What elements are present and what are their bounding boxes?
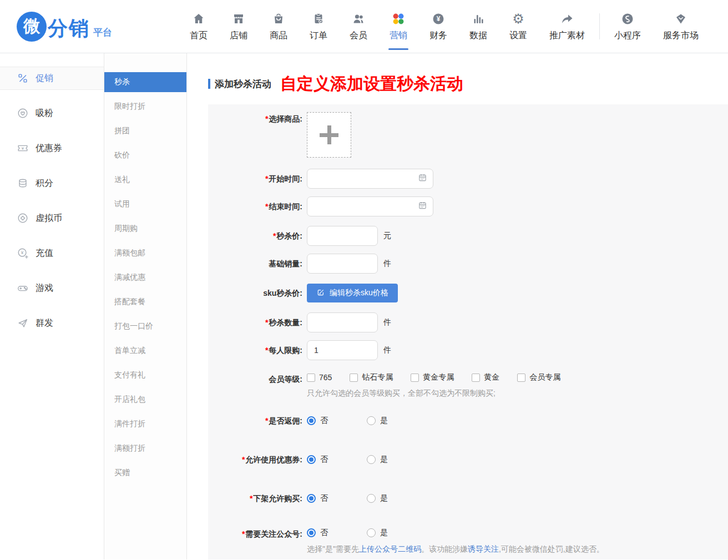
field-label: 会员等级:	[269, 375, 302, 384]
submenu-item-full-reduction[interactable]: 满减优惠	[104, 268, 186, 287]
start-time-input[interactable]	[307, 169, 433, 189]
checkbox-icon	[307, 374, 315, 382]
sidebar-item-label: 吸粉	[36, 108, 53, 119]
rebate-radio-group: 否 是	[307, 411, 427, 431]
sidebar-item-promotion[interactable]: 促销	[0, 67, 104, 90]
submenu-item-shop-gift[interactable]: 开店礼包	[104, 390, 186, 410]
submenu-label: 开店礼包	[114, 395, 145, 405]
submenu-item-free-shipping[interactable]: 满额包邮	[104, 243, 186, 263]
edit-sku-price-button[interactable]: 编辑秒杀sku价格	[307, 284, 398, 302]
required-mark: *	[265, 346, 268, 355]
upload-qrcode-link[interactable]: 上传公众号二维码	[359, 544, 421, 553]
nav-divider	[599, 13, 600, 39]
offshelf-buy-radio-yes[interactable]: 是	[367, 493, 388, 503]
submenu-item-first-order[interactable]: 首单立减	[104, 341, 186, 361]
base-sales-input[interactable]	[307, 254, 378, 274]
nav-label: 店铺	[230, 30, 247, 42]
product-icon	[272, 11, 285, 26]
submenu-item-bargain[interactable]: 砍价	[104, 145, 186, 165]
submenu-label: 满额包邮	[114, 248, 145, 258]
submenu-item-gift[interactable]: 送礼	[104, 170, 186, 190]
allow-coupon-radio-yes[interactable]: 是	[367, 455, 388, 465]
need-follow-radio-yes[interactable]: 是	[367, 528, 388, 538]
submenu-item-combo[interactable]: 搭配套餐	[104, 292, 186, 312]
sidebar-item-recharge[interactable]: ¥ 充值	[0, 241, 104, 265]
member-level-checkbox-gold[interactable]: 黄金	[472, 372, 499, 382]
top-header: 微 分销 平台 首页 店铺 商品 订单 会员	[0, 0, 728, 53]
member-level-helper: 只允许勾选的会员等级购买，全部不勾选为不限制购买;	[307, 389, 578, 398]
promote-icon	[560, 11, 574, 26]
sidebar-item-virtual-coin[interactable]: 虚拟币	[0, 206, 104, 230]
form-row-rebate: *是否返佣: 否 是	[208, 411, 728, 431]
field-label: 秒杀数量:	[269, 318, 302, 327]
offshelf-buy-radio-group: 否 是	[307, 488, 427, 508]
nav-label: 服务市场	[663, 30, 699, 42]
nav-item-promote[interactable]: 推广素材	[538, 0, 596, 53]
nav-item-finance[interactable]: ¥ 财务	[418, 0, 458, 53]
nav-item-miniprogram[interactable]: 小程序	[603, 0, 652, 53]
sidebar-item-game[interactable]: 游戏	[0, 276, 104, 300]
allow-coupon-radio-no[interactable]: 否	[307, 455, 328, 465]
nav-item-home[interactable]: 首页	[179, 0, 219, 53]
sidebar-item-mass-send[interactable]: 群发	[0, 311, 104, 335]
nav-item-order[interactable]: 订单	[299, 0, 338, 53]
submenu-item-package-price[interactable]: 打包一口价	[104, 316, 186, 336]
sidebar-item-label: 游戏	[36, 282, 53, 294]
submenu-item-period-buy[interactable]: 周期购	[104, 219, 186, 239]
primary-sidebar: 促销 吸粉 ¥ 优惠券 积分 虚拟币 ¥ 充值	[0, 53, 104, 559]
submenu-item-quantity-discount[interactable]: 满件打折	[104, 414, 186, 434]
helper-text: 。该功能涉嫌	[421, 544, 468, 553]
sidebar-item-attract-fans[interactable]: 吸粉	[0, 102, 104, 125]
submenu-item-seckill[interactable]: 秒杀	[104, 72, 186, 92]
form-row-start-time: *开始时间:	[208, 169, 728, 189]
nav-item-shop[interactable]: 店铺	[219, 0, 259, 53]
submenu-item-limited-discount[interactable]: 限时打折	[104, 97, 186, 117]
nav-label: 首页	[190, 30, 208, 42]
nav-item-member[interactable]: 会员	[338, 0, 378, 53]
offshelf-buy-radio-no[interactable]: 否	[307, 493, 328, 503]
submenu-item-amount-discount[interactable]: 满额打折	[104, 438, 186, 458]
seckill-qty-input[interactable]	[307, 312, 378, 332]
end-time-input[interactable]	[307, 196, 433, 216]
member-level-checkbox-member-exclusive[interactable]: 会员专属	[517, 372, 560, 382]
nav-item-market[interactable]: 服务市场	[652, 0, 710, 53]
edit-sku-price-label: 编辑秒杀sku价格	[330, 288, 388, 298]
nav-label: 设置	[509, 30, 527, 42]
submenu-item-pay-gift[interactable]: 支付有礼	[104, 365, 186, 385]
radio-icon	[307, 416, 316, 425]
seckill-price-input[interactable]	[307, 226, 378, 246]
edit-icon	[316, 288, 325, 299]
rebate-radio-yes[interactable]: 是	[367, 416, 388, 426]
member-level-checkbox-diamond[interactable]: 钻石专属	[350, 372, 393, 382]
required-mark: *	[273, 231, 276, 240]
submenu-label: 送礼	[114, 175, 130, 185]
logo-name: 分销	[48, 16, 90, 42]
nav-label: 小程序	[614, 30, 641, 42]
member-level-checkbox-765[interactable]: 765	[307, 373, 332, 382]
rebate-radio-no[interactable]: 否	[307, 416, 328, 426]
form-row-offshelf-buy: *下架允许购买: 否 是	[208, 488, 728, 508]
submenu-item-buy-gift[interactable]: 买赠	[104, 463, 186, 483]
sidebar-item-coupon[interactable]: ¥ 优惠券	[0, 137, 104, 160]
submenu-label: 周期购	[114, 224, 138, 234]
unit-label: 件	[383, 317, 391, 327]
submenu-label: 满减优惠	[114, 273, 145, 282]
submenu-label: 搭配套餐	[114, 297, 145, 307]
nav-item-settings[interactable]: ⚙ 设置	[498, 0, 538, 53]
checkbox-icon	[411, 374, 419, 382]
per-limit-input[interactable]	[307, 340, 378, 360]
field-label: 是否返佣:	[269, 416, 302, 425]
need-follow-radio-no[interactable]: 否	[307, 528, 328, 538]
nav-item-product[interactable]: 商品	[259, 0, 299, 53]
submenu-item-trial[interactable]: 试用	[104, 194, 186, 214]
select-product-upload-box[interactable]	[307, 112, 351, 158]
submenu-item-group-buy[interactable]: 拼团	[104, 121, 186, 141]
nav-item-marketing[interactable]: 营销	[378, 0, 418, 53]
allow-coupon-radio-group: 否 是	[307, 450, 427, 470]
radio-icon	[367, 416, 376, 425]
induce-follow-link[interactable]: 诱导关注	[468, 544, 499, 553]
nav-item-data[interactable]: 数据	[458, 0, 498, 53]
radio-icon	[367, 528, 376, 537]
member-level-checkbox-gold-exclusive[interactable]: 黄金专属	[411, 372, 454, 382]
sidebar-item-points[interactable]: 积分	[0, 171, 104, 195]
